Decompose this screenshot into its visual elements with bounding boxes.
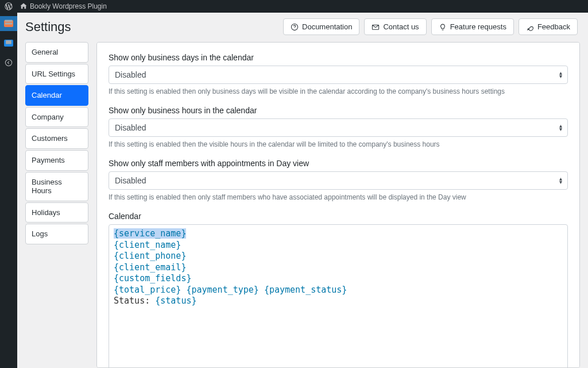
sidebar-item-bookly[interactable] [0,16,17,31]
textarea-calendar-template[interactable]: {service_name} {client_name} {client_pho… [109,224,568,368]
page-title: Settings [25,20,283,34]
collapse-icon [4,58,13,67]
tab-general[interactable]: General [25,42,88,63]
help-business-days: If this setting is enabled then only bus… [109,87,568,95]
select-business-hours[interactable]: Disabled [109,118,568,137]
feedback-button[interactable]: Feedback [519,18,578,35]
box-icon [4,40,13,47]
svg-point-3 [5,59,11,66]
svg-rect-0 [5,20,13,22]
select-staff-day[interactable]: Disabled [109,171,568,190]
lightbulb-icon [439,23,447,31]
svg-rect-2 [6,40,11,44]
tab-company[interactable]: Company [25,107,88,128]
tab-business-hours[interactable]: Business Hours [25,172,88,201]
tab-holidays[interactable]: Holidays [25,202,88,223]
tab-customers[interactable]: Customers [25,128,88,149]
label-calendar-template: Calendar [109,212,568,221]
mail-icon [372,23,380,31]
feature-requests-button[interactable]: Feature requests [431,18,514,35]
svg-rect-1 [5,22,13,24]
documentation-button[interactable]: Documentation [283,18,359,35]
bookly-icon [4,20,13,27]
label-staff-day: Show only staff members with appointment… [109,159,568,168]
settings-panel: Show only business days in the calendar … [96,42,580,368]
wordpress-icon [5,2,13,10]
wp-admin-sidebar [0,13,17,368]
help-circle-icon [291,23,299,31]
site-name: Bookly Wordpress Plugin [30,2,107,10]
tab-payments[interactable]: Payments [25,150,88,171]
tab-logs[interactable]: Logs [25,224,88,244]
contact-button[interactable]: Contact us [364,18,426,35]
home-icon [20,2,28,10]
sidebar-item-collapse[interactable] [0,55,17,70]
help-staff-day: If this setting is enabled then only sta… [109,193,568,201]
tab-url-settings[interactable]: URL Settings [25,64,88,85]
chat-icon [526,23,534,31]
site-link[interactable]: Bookly Wordpress Plugin [20,2,107,10]
label-business-days: Show only business days in the calendar [109,53,568,62]
help-business-hours: If this setting is enabled then the visi… [109,140,568,148]
label-business-hours: Show only business hours in the calendar [109,106,568,115]
settings-tabs: GeneralURL SettingsCalendarCompanyCustom… [25,42,88,368]
select-business-days[interactable]: Disabled [109,66,568,84]
wp-admin-bar: Bookly Wordpress Plugin [0,0,588,13]
wp-logo-link[interactable] [5,2,13,10]
sidebar-item-secondary[interactable] [0,36,17,51]
tab-calendar[interactable]: Calendar [25,85,88,106]
